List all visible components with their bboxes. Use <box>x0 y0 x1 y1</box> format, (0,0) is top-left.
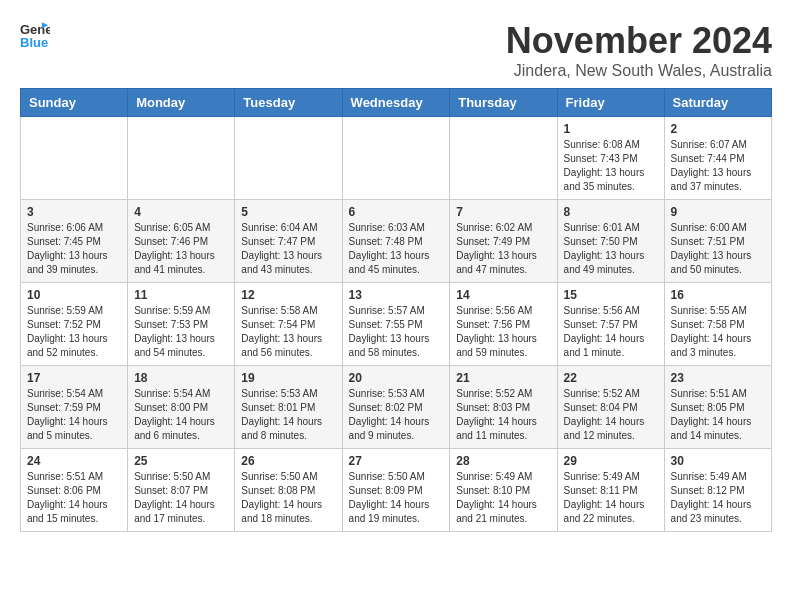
day-number: 4 <box>134 205 228 219</box>
month-title: November 2024 <box>506 20 772 62</box>
table-row: 23Sunrise: 5:51 AM Sunset: 8:05 PM Dayli… <box>664 366 771 449</box>
table-row: 9Sunrise: 6:00 AM Sunset: 7:51 PM Daylig… <box>664 200 771 283</box>
table-row: 12Sunrise: 5:58 AM Sunset: 7:54 PM Dayli… <box>235 283 342 366</box>
week-row-2: 3Sunrise: 6:06 AM Sunset: 7:45 PM Daylig… <box>21 200 772 283</box>
week-row-1: 1Sunrise: 6:08 AM Sunset: 7:43 PM Daylig… <box>21 117 772 200</box>
day-number: 10 <box>27 288 121 302</box>
day-info: Sunrise: 5:50 AM Sunset: 8:07 PM Dayligh… <box>134 470 228 526</box>
table-row <box>235 117 342 200</box>
day-info: Sunrise: 5:59 AM Sunset: 7:52 PM Dayligh… <box>27 304 121 360</box>
table-row: 18Sunrise: 5:54 AM Sunset: 8:00 PM Dayli… <box>128 366 235 449</box>
day-info: Sunrise: 5:51 AM Sunset: 8:06 PM Dayligh… <box>27 470 121 526</box>
table-row: 22Sunrise: 5:52 AM Sunset: 8:04 PM Dayli… <box>557 366 664 449</box>
day-number: 1 <box>564 122 658 136</box>
day-info: Sunrise: 5:59 AM Sunset: 7:53 PM Dayligh… <box>134 304 228 360</box>
table-row: 10Sunrise: 5:59 AM Sunset: 7:52 PM Dayli… <box>21 283 128 366</box>
table-row: 4Sunrise: 6:05 AM Sunset: 7:46 PM Daylig… <box>128 200 235 283</box>
table-row: 28Sunrise: 5:49 AM Sunset: 8:10 PM Dayli… <box>450 449 557 532</box>
day-number: 6 <box>349 205 444 219</box>
day-number: 3 <box>27 205 121 219</box>
calendar-header-row: Sunday Monday Tuesday Wednesday Thursday… <box>21 89 772 117</box>
day-info: Sunrise: 6:03 AM Sunset: 7:48 PM Dayligh… <box>349 221 444 277</box>
table-row: 3Sunrise: 6:06 AM Sunset: 7:45 PM Daylig… <box>21 200 128 283</box>
table-row: 20Sunrise: 5:53 AM Sunset: 8:02 PM Dayli… <box>342 366 450 449</box>
day-info: Sunrise: 5:58 AM Sunset: 7:54 PM Dayligh… <box>241 304 335 360</box>
week-row-5: 24Sunrise: 5:51 AM Sunset: 8:06 PM Dayli… <box>21 449 772 532</box>
table-row: 27Sunrise: 5:50 AM Sunset: 8:09 PM Dayli… <box>342 449 450 532</box>
table-row: 7Sunrise: 6:02 AM Sunset: 7:49 PM Daylig… <box>450 200 557 283</box>
day-number: 12 <box>241 288 335 302</box>
day-info: Sunrise: 5:49 AM Sunset: 8:11 PM Dayligh… <box>564 470 658 526</box>
col-thursday: Thursday <box>450 89 557 117</box>
week-row-4: 17Sunrise: 5:54 AM Sunset: 7:59 PM Dayli… <box>21 366 772 449</box>
table-row: 8Sunrise: 6:01 AM Sunset: 7:50 PM Daylig… <box>557 200 664 283</box>
day-number: 7 <box>456 205 550 219</box>
table-row: 14Sunrise: 5:56 AM Sunset: 7:56 PM Dayli… <box>450 283 557 366</box>
table-row: 21Sunrise: 5:52 AM Sunset: 8:03 PM Dayli… <box>450 366 557 449</box>
table-row: 17Sunrise: 5:54 AM Sunset: 7:59 PM Dayli… <box>21 366 128 449</box>
day-number: 17 <box>27 371 121 385</box>
table-row <box>450 117 557 200</box>
table-row <box>21 117 128 200</box>
day-info: Sunrise: 5:53 AM Sunset: 8:01 PM Dayligh… <box>241 387 335 443</box>
col-friday: Friday <box>557 89 664 117</box>
table-row: 24Sunrise: 5:51 AM Sunset: 8:06 PM Dayli… <box>21 449 128 532</box>
table-row <box>128 117 235 200</box>
day-number: 8 <box>564 205 658 219</box>
day-info: Sunrise: 5:57 AM Sunset: 7:55 PM Dayligh… <box>349 304 444 360</box>
logo: General Blue <box>20 20 52 50</box>
day-number: 27 <box>349 454 444 468</box>
logo-icon: General Blue <box>20 20 50 50</box>
table-row: 30Sunrise: 5:49 AM Sunset: 8:12 PM Dayli… <box>664 449 771 532</box>
table-row: 11Sunrise: 5:59 AM Sunset: 7:53 PM Dayli… <box>128 283 235 366</box>
table-row: 6Sunrise: 6:03 AM Sunset: 7:48 PM Daylig… <box>342 200 450 283</box>
day-number: 19 <box>241 371 335 385</box>
day-number: 13 <box>349 288 444 302</box>
day-number: 2 <box>671 122 765 136</box>
day-info: Sunrise: 6:08 AM Sunset: 7:43 PM Dayligh… <box>564 138 658 194</box>
day-number: 15 <box>564 288 658 302</box>
day-number: 16 <box>671 288 765 302</box>
day-number: 14 <box>456 288 550 302</box>
day-info: Sunrise: 5:52 AM Sunset: 8:04 PM Dayligh… <box>564 387 658 443</box>
table-row: 1Sunrise: 6:08 AM Sunset: 7:43 PM Daylig… <box>557 117 664 200</box>
day-number: 20 <box>349 371 444 385</box>
title-area: November 2024 Jindera, New South Wales, … <box>506 20 772 80</box>
day-number: 25 <box>134 454 228 468</box>
table-row: 13Sunrise: 5:57 AM Sunset: 7:55 PM Dayli… <box>342 283 450 366</box>
day-info: Sunrise: 6:00 AM Sunset: 7:51 PM Dayligh… <box>671 221 765 277</box>
day-number: 24 <box>27 454 121 468</box>
table-row: 19Sunrise: 5:53 AM Sunset: 8:01 PM Dayli… <box>235 366 342 449</box>
day-number: 30 <box>671 454 765 468</box>
col-monday: Monday <box>128 89 235 117</box>
day-info: Sunrise: 5:52 AM Sunset: 8:03 PM Dayligh… <box>456 387 550 443</box>
page-header: General Blue November 2024 Jindera, New … <box>20 20 772 80</box>
table-row: 25Sunrise: 5:50 AM Sunset: 8:07 PM Dayli… <box>128 449 235 532</box>
table-row: 15Sunrise: 5:56 AM Sunset: 7:57 PM Dayli… <box>557 283 664 366</box>
day-number: 22 <box>564 371 658 385</box>
day-number: 26 <box>241 454 335 468</box>
day-number: 23 <box>671 371 765 385</box>
day-number: 5 <box>241 205 335 219</box>
col-sunday: Sunday <box>21 89 128 117</box>
day-number: 28 <box>456 454 550 468</box>
table-row: 16Sunrise: 5:55 AM Sunset: 7:58 PM Dayli… <box>664 283 771 366</box>
day-info: Sunrise: 6:01 AM Sunset: 7:50 PM Dayligh… <box>564 221 658 277</box>
day-info: Sunrise: 5:53 AM Sunset: 8:02 PM Dayligh… <box>349 387 444 443</box>
day-number: 11 <box>134 288 228 302</box>
day-info: Sunrise: 5:50 AM Sunset: 8:08 PM Dayligh… <box>241 470 335 526</box>
day-info: Sunrise: 6:04 AM Sunset: 7:47 PM Dayligh… <box>241 221 335 277</box>
day-info: Sunrise: 6:02 AM Sunset: 7:49 PM Dayligh… <box>456 221 550 277</box>
day-info: Sunrise: 5:50 AM Sunset: 8:09 PM Dayligh… <box>349 470 444 526</box>
svg-text:Blue: Blue <box>20 35 48 50</box>
table-row: 29Sunrise: 5:49 AM Sunset: 8:11 PM Dayli… <box>557 449 664 532</box>
day-info: Sunrise: 5:49 AM Sunset: 8:10 PM Dayligh… <box>456 470 550 526</box>
location-subtitle: Jindera, New South Wales, Australia <box>506 62 772 80</box>
table-row: 5Sunrise: 6:04 AM Sunset: 7:47 PM Daylig… <box>235 200 342 283</box>
col-tuesday: Tuesday <box>235 89 342 117</box>
col-saturday: Saturday <box>664 89 771 117</box>
day-info: Sunrise: 6:05 AM Sunset: 7:46 PM Dayligh… <box>134 221 228 277</box>
day-number: 18 <box>134 371 228 385</box>
day-number: 9 <box>671 205 765 219</box>
day-info: Sunrise: 5:49 AM Sunset: 8:12 PM Dayligh… <box>671 470 765 526</box>
